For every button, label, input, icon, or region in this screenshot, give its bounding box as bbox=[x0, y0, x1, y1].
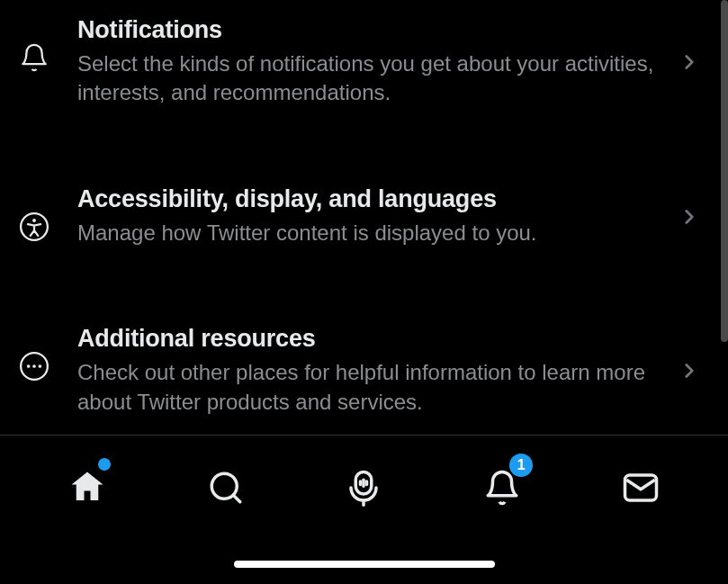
svg-line-7 bbox=[233, 495, 240, 502]
tab-search[interactable] bbox=[199, 461, 253, 515]
settings-item-notifications[interactable]: Notifications Select the kinds of notifi… bbox=[0, 0, 728, 124]
bottom-tab-bar: 1 bbox=[0, 435, 728, 584]
svg-point-1 bbox=[32, 219, 36, 222]
svg-point-5 bbox=[39, 364, 42, 368]
tab-home[interactable] bbox=[60, 461, 114, 515]
settings-item-desc: Select the kinds of notifications you ge… bbox=[77, 49, 665, 108]
chevron-right-icon bbox=[678, 50, 701, 74]
tab-notifications[interactable]: 1 bbox=[475, 461, 529, 515]
settings-item-text: Additional resources Check out other pla… bbox=[77, 325, 710, 417]
home-indicator[interactable] bbox=[234, 561, 495, 568]
notification-count: 1 bbox=[517, 457, 526, 473]
settings-item-title: Additional resources bbox=[77, 325, 665, 353]
bell-icon bbox=[18, 41, 50, 74]
settings-item-desc: Manage how Twitter content is displayed … bbox=[77, 219, 665, 247]
more-circle-icon bbox=[18, 350, 50, 382]
settings-item-text: Accessibility, display, and languages Ma… bbox=[77, 185, 710, 247]
settings-item-title: Notifications bbox=[77, 16, 665, 44]
settings-item-text: Notifications Select the kinds of notifi… bbox=[77, 16, 710, 108]
chevron-right-icon bbox=[678, 205, 701, 229]
svg-point-4 bbox=[32, 364, 36, 368]
tab-messages[interactable] bbox=[614, 461, 668, 515]
home-activity-dot bbox=[98, 458, 111, 471]
tab-spaces[interactable] bbox=[337, 461, 391, 515]
settings-item-accessibility[interactable]: Accessibility, display, and languages Ma… bbox=[0, 169, 728, 264]
accessibility-icon bbox=[18, 211, 50, 243]
svg-point-3 bbox=[27, 364, 31, 368]
settings-list: Notifications Select the kinds of notifi… bbox=[0, 0, 728, 435]
settings-item-additional-resources[interactable]: Additional resources Check out other pla… bbox=[0, 309, 728, 433]
notification-badge: 1 bbox=[509, 454, 533, 477]
settings-item-desc: Check out other places for helpful infor… bbox=[77, 358, 665, 417]
settings-item-title: Accessibility, display, and languages bbox=[77, 185, 665, 213]
chevron-right-icon bbox=[678, 359, 701, 382]
